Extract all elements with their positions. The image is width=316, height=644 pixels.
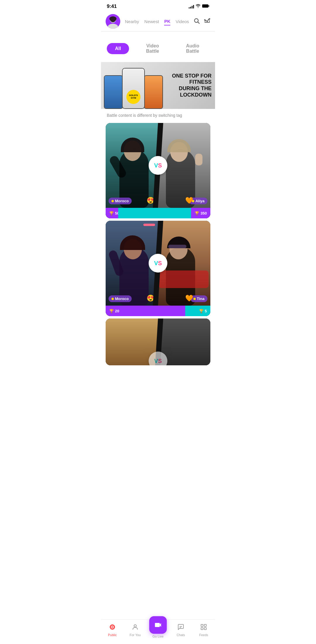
battle-card-3[interactable]: V S [106,318,210,365]
nav-action-icons [193,18,210,25]
vs-circle-1: V S [149,156,167,175]
filter-all[interactable]: All [107,43,129,54]
left-username-2: Moroco [115,297,129,301]
svg-point-10 [207,21,208,22]
tab-videos[interactable]: Videos [176,18,189,25]
svg-point-11 [209,18,210,19]
main-content: GOLD'S GYM ONE STOP FOR FITNESS DURING T… [101,62,215,394]
left-score-1: 🏆50 [106,208,118,218]
crown-icon[interactable] [204,18,210,25]
svg-rect-1 [209,5,209,7]
progress-bar-2: 🏆20 🏆5 [106,306,210,316]
spacer [101,32,215,35]
svg-point-9 [204,19,205,20]
filter-video-battle[interactable]: Video Battle [136,40,169,57]
user-avatar[interactable] [106,14,120,29]
battle-emoji-2: 😍 [147,294,154,302]
svg-rect-0 [202,4,208,8]
tab-pk[interactable]: PK [164,18,170,25]
banner-headline: ONE STOP FOR FITNESS DURING THE LOCKDOWN [169,73,212,98]
right-username-1: Aliya [195,199,205,203]
battery-icon [202,4,209,9]
signal-icon [189,4,194,8]
filter-bar: All Video Battle Audio Battle [101,35,215,62]
battle-card-2[interactable]: Moroco 😍 V S [106,221,210,316]
svg-line-8 [198,22,199,23]
nav-bar: Nearby Newest PK Videos [101,12,215,31]
battle-card-1[interactable]: Moroco 😍 V S [106,123,210,218]
svg-point-6 [109,16,116,21]
left-username-1: Moroco [115,199,129,203]
left-score-2: 🏆20 [106,306,185,316]
progress-bar-1: 🏆50 🏆350 [106,208,210,218]
right-score-1: 🏆350 [191,208,210,218]
battle-hearts-2: 🧡 [185,294,193,302]
banner-text: ONE STOP FOR FITNESS DURING THE LOCKDOWN [166,68,215,103]
status-time: 9:41 [107,4,117,9]
right-username-2: Tina [197,297,205,301]
battle-images-2: Moroco 😍 V S [106,221,210,306]
necklace-detail [143,224,155,226]
tab-newest[interactable]: Newest [144,18,159,25]
battle-hearts-1: 🧡 [185,197,193,204]
battle-images-3: V S [106,318,210,365]
banner-ad[interactable]: GOLD'S GYM ONE STOP FOR FITNESS DURING T… [101,62,215,109]
right-score-2: 🏆5 [185,306,210,316]
battle-images-1: Moroco 😍 V S [106,123,210,208]
tag-hint: Battle content is different by switching… [101,109,215,121]
battle-left-label-1: Moroco [109,198,132,204]
status-icons [189,4,209,9]
tab-nearby[interactable]: Nearby [125,18,139,25]
battle-left-label-2: Moroco [109,295,132,302]
nav-tabs: Nearby Newest PK Videos [125,18,191,25]
search-icon[interactable] [193,18,200,25]
wifi-icon [196,4,200,9]
filter-audio-battle[interactable]: Audio Battle [176,40,209,57]
vs-circle-2: V S [149,254,167,273]
progress-track-1 [118,208,191,218]
status-bar: 9:41 [101,0,215,12]
battle-emoji-1: 😍 [147,197,154,204]
user-dot [111,200,114,202]
